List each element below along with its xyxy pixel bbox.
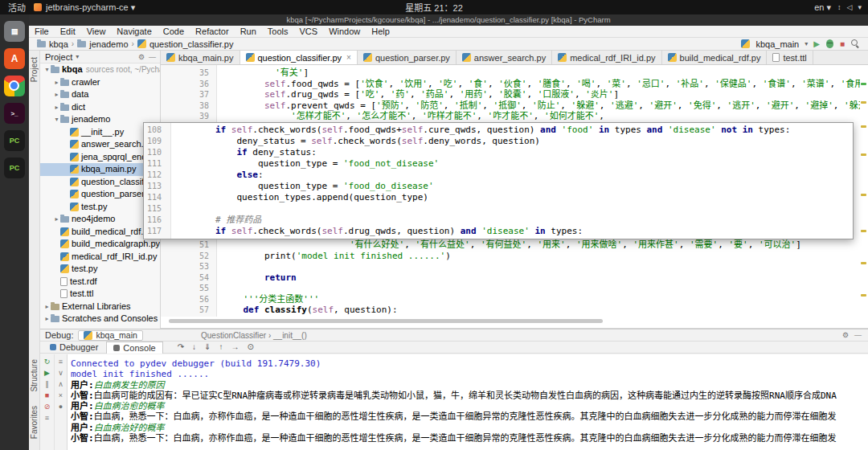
menu-code[interactable]: Code: [158, 27, 190, 36]
dock-pycharm-icon[interactable]: PC: [4, 130, 25, 151]
dock-software-icon[interactable]: A: [4, 48, 25, 69]
error-stripe[interactable]: [859, 65, 868, 317]
tree-item[interactable]: ▸External Libraries: [40, 301, 160, 313]
tree-item[interactable]: question_classifier.py: [40, 176, 160, 189]
mute-breakpoints-icon[interactable]: ≡: [45, 414, 49, 422]
menu-help[interactable]: Help: [366, 27, 395, 36]
menu-edit[interactable]: Edit: [55, 27, 81, 36]
tree-item[interactable]: test.py: [40, 201, 160, 214]
tab-test.ttl[interactable]: test.ttl: [767, 51, 813, 64]
scroll-to-end-icon[interactable]: ∨: [58, 369, 63, 377]
tree-item[interactable]: test.py: [40, 263, 160, 276]
tree-caret[interactable]: ▾: [53, 113, 60, 126]
soft-wrap-icon[interactable]: ●: [59, 403, 63, 411]
tray-icon-0[interactable]: ↕: [837, 3, 841, 11]
run-config-selector[interactable]: kbqa_main: [755, 39, 799, 49]
run-to-cursor-icon[interactable]: →: [231, 343, 239, 351]
tab-build_medical_rdf.py[interactable]: build_medical_rdf.py: [662, 51, 768, 64]
tree-caret[interactable]: ▸: [53, 76, 60, 89]
menu-navigate[interactable]: Navigate: [111, 27, 157, 36]
tree-item[interactable]: __init__.py: [40, 126, 160, 139]
pause-button[interactable]: ∥: [45, 380, 49, 388]
tool-button-favorites[interactable]: Favorites: [30, 406, 39, 439]
dock-pycharm2-icon[interactable]: PC: [4, 158, 25, 178]
tool-button-project[interactable]: Project: [30, 57, 39, 82]
console-output[interactable]: Connected to pydev debugger (build 191.7…: [68, 354, 868, 450]
tree-item[interactable]: ▸Scratches and Consoles: [40, 313, 160, 325]
tree-caret[interactable]: ▸: [53, 88, 60, 101]
debug-tab-console[interactable]: Console: [106, 342, 162, 354]
dock-chrome-icon[interactable]: [4, 76, 25, 96]
activities-button[interactable]: 活动: [0, 1, 34, 14]
tree-item[interactable]: build_medical_rdf.py: [40, 226, 160, 239]
settings-gear-icon[interactable]: ⚙: [138, 53, 145, 61]
breadcrumb-item[interactable]: kbqa: [49, 39, 68, 49]
hide-panel-icon[interactable]: —: [854, 331, 862, 339]
scroll-up-icon[interactable]: ∧: [58, 380, 63, 388]
project-view-title[interactable]: Project: [45, 52, 72, 62]
tree-caret[interactable]: ▸: [53, 213, 60, 226]
run-button[interactable]: ▶: [813, 40, 820, 48]
debug-session-tab[interactable]: kbqa_main: [78, 330, 142, 341]
tray-icon-2[interactable]: ▾: [858, 3, 862, 11]
tree-item[interactable]: ▾kbqasources root, ~/PycharmP: [40, 63, 160, 76]
tab-question_parser.py[interactable]: question_parser.py: [358, 51, 457, 64]
debug-tab-debugger[interactable]: Debugger: [43, 342, 104, 354]
tree-item[interactable]: test.ttl: [40, 288, 160, 301]
force-step-into-icon[interactable]: ⇓: [204, 343, 211, 351]
dock-files-icon[interactable]: ▤: [4, 21, 25, 42]
step-over-icon[interactable]: ↷: [178, 343, 184, 351]
tray-icons[interactable]: ↕◁▾: [837, 3, 862, 11]
tab-answer_search.py[interactable]: answer_search.py: [457, 51, 552, 64]
tree-item[interactable]: test.rdf: [40, 276, 160, 288]
hide-panel-icon[interactable]: —: [149, 53, 156, 61]
menu-window[interactable]: Window: [323, 27, 366, 36]
tab-medical_rdf_IRI_id.py[interactable]: medical_rdf_IRI_id.py: [552, 51, 661, 64]
tree-caret[interactable]: ▸: [43, 313, 51, 325]
close-tab-icon[interactable]: ×: [346, 53, 351, 62]
rerun-button[interactable]: ↻: [44, 358, 51, 366]
tree-item[interactable]: ▾jenademo: [40, 113, 160, 126]
tree-item[interactable]: ▸crawler: [40, 76, 160, 89]
tab-kbqa_main.py[interactable]: kbqa_main.py: [161, 51, 240, 64]
breadcrumb-item[interactable]: jenademo: [89, 39, 128, 49]
chevron-down-icon[interactable]: ▾: [805, 40, 808, 47]
tree-item[interactable]: ▸neo4jd​emo: [40, 213, 160, 226]
tree-item[interactable]: kbqa_main.py: [40, 163, 160, 176]
tree-item[interactable]: medical_rdf_IRI_id.py: [40, 251, 160, 264]
settings-gear-icon[interactable]: ⚙: [842, 331, 849, 339]
tree-item[interactable]: ▸dict: [40, 101, 160, 114]
horizontal-scrollbar[interactable]: [169, 319, 603, 323]
tree-caret[interactable]: ▸: [53, 101, 60, 114]
search-everywhere-icon[interactable]: [851, 39, 860, 48]
tab-question_classifier.py[interactable]: question_classifier.py×: [240, 51, 358, 64]
menu-view[interactable]: View: [81, 27, 112, 36]
evaluate-expression-icon[interactable]: ⊙: [247, 343, 253, 351]
menu-vcs[interactable]: VCS: [294, 27, 324, 36]
tree-caret[interactable]: ▸: [43, 301, 51, 313]
step-out-icon[interactable]: ↑: [219, 343, 223, 351]
tree-item[interactable]: ▸data: [40, 88, 160, 101]
app-menu-button[interactable]: jetbrains-pycharm-ce ▾: [46, 2, 135, 13]
menu-tools[interactable]: Tools: [262, 27, 294, 36]
dock-terminal-icon[interactable]: >_: [4, 103, 25, 124]
editor-breadcrumb[interactable]: QuestionClassifier › __init__(): [201, 331, 307, 340]
tool-button-structure[interactable]: Structure: [30, 359, 39, 392]
resume-button[interactable]: ▶: [44, 369, 50, 377]
tray-icon-1[interactable]: ◁: [847, 3, 853, 11]
tree-item[interactable]: build_medicalgraph.py: [40, 238, 160, 251]
breadcrumb-item[interactable]: question_classifier.py: [149, 39, 234, 49]
debug-button[interactable]: [826, 39, 833, 48]
step-into-icon[interactable]: ↓: [192, 343, 196, 351]
view-breakpoints-icon[interactable]: ⊘: [44, 403, 51, 411]
tree-caret[interactable]: ▾: [43, 63, 51, 76]
menu-file[interactable]: File: [29, 27, 55, 36]
restore-layout-icon[interactable]: ≡: [59, 358, 63, 366]
chevron-down-icon[interactable]: ▾: [76, 53, 79, 60]
tree-item[interactable]: jena_spqrql_endpoint.py: [40, 151, 160, 164]
clear-console-icon[interactable]: ×: [59, 391, 63, 399]
tree-item[interactable]: answer_search.py: [40, 138, 160, 151]
popup-code[interactable]: 108 if self.check_words(self.food_qwds+s…: [144, 125, 853, 237]
stop-button[interactable]: ■: [840, 40, 845, 48]
menu-run[interactable]: Run: [235, 27, 262, 36]
